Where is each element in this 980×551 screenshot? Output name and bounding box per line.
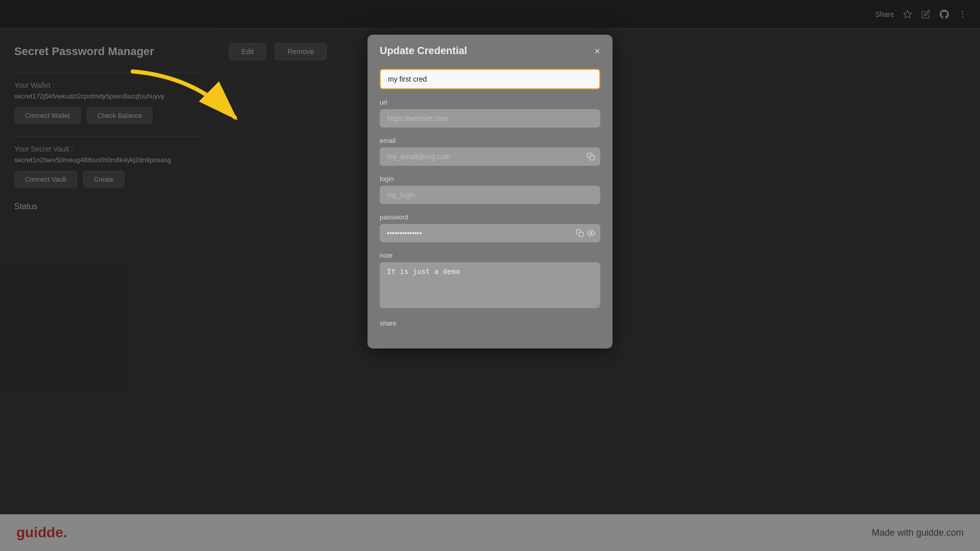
update-credential-modal: Update Credential × url email login [368,35,612,348]
note-field-group: note [380,252,600,310]
name-field-group [380,69,600,89]
svg-rect-5 [590,156,595,160]
name-input[interactable] [380,69,600,89]
password-icons [576,229,595,237]
note-label: note [380,252,600,259]
password-copy-icon[interactable] [576,229,584,237]
email-copy-icon[interactable] [587,153,595,161]
login-field-group: login [380,175,600,204]
login-input[interactable] [380,186,600,204]
password-input-wrapper [380,224,600,242]
svg-point-7 [590,232,592,234]
password-input[interactable] [380,224,600,242]
password-show-icon[interactable] [587,229,595,237]
login-label: login [380,175,600,183]
password-field-group: password [380,213,600,242]
svg-rect-6 [579,232,583,237]
url-label: url [380,98,600,106]
note-textarea[interactable] [380,262,600,308]
modal-body: url email login password [368,65,612,348]
share-label: share [380,319,600,327]
share-field-group: share [380,319,600,327]
email-label: email [380,137,600,144]
email-input-wrapper [380,147,600,166]
url-field-group: url [380,98,600,128]
modal-header: Update Credential × [368,35,612,65]
password-label: password [380,213,600,221]
email-field-group: email [380,137,600,166]
email-input[interactable] [380,147,600,166]
modal-close-button[interactable]: × [594,46,600,56]
modal-title: Update Credential [380,45,467,57]
url-input[interactable] [380,109,600,128]
